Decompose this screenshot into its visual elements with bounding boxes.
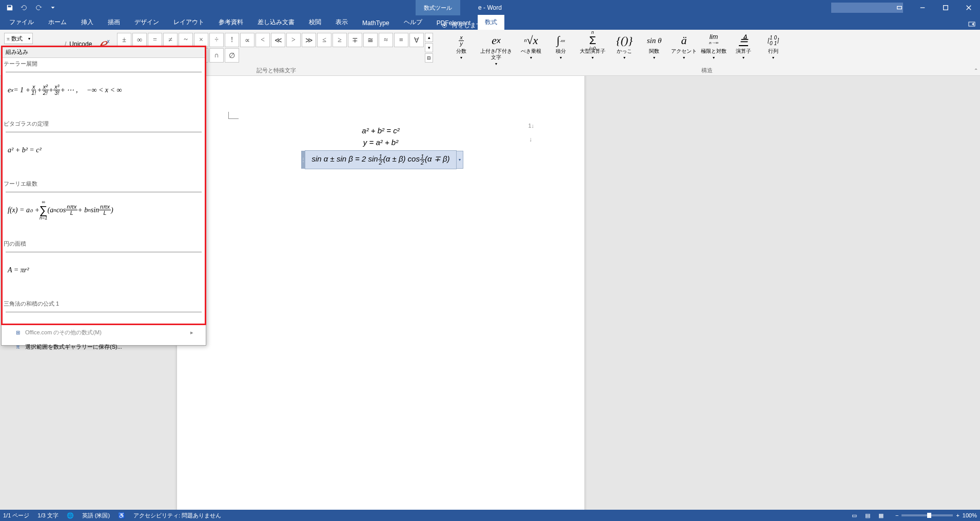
structures-group: xy分数▾ ex上付き/下付き文字▾ n√xべき乗根▾ ∫-xx積分▾ nΣi=… [444,31,790,68]
struct-function[interactable]: sin θ関数▾ [641,33,667,66]
symbol-19[interactable]: ∀ [409,33,424,47]
symbol-5[interactable]: × [194,33,208,47]
symbol-7[interactable]: ! [225,33,239,47]
struct-script[interactable]: ex上付き/下付き文字▾ [478,33,514,66]
ribbon-tabs: ファイル ホーム 挿入 描画 デザイン レイアウト 参考資料 差し込み文書 校閲… [0,15,980,30]
tab-insert[interactable]: 挿入 [74,15,101,30]
symbol-14[interactable]: ≥ [332,33,347,47]
tab-home[interactable]: ホーム [41,15,74,30]
struct-bracket[interactable]: {()}かっこ▾ [612,33,637,66]
symbol-27[interactable]: ∅ [225,48,239,63]
tab-file[interactable]: ファイル [2,15,41,30]
symbol-2[interactable]: = [148,33,162,47]
equation-gallery-dropdown: 組み込み テーラー展開 ex = 1 + x1! + x²2! + x³3! +… [1,46,206,76]
qat-more-icon[interactable] [46,1,60,14]
symbol-17[interactable]: ≈ [379,33,393,47]
struct-matrix[interactable]: [1 00 1]行列▾ [760,33,786,66]
tab-mathtype[interactable]: MathType [355,16,397,30]
struct-largeop[interactable]: nΣi=0大型演算子▾ [578,33,607,66]
symbol-16[interactable]: ≅ [363,33,378,47]
tab-layout[interactable]: レイアウト [166,15,211,30]
struct-accent[interactable]: äアクセント▾ [671,33,697,66]
pi-icon: π [7,35,10,42]
collapse-ribbon-icon[interactable]: ⌃ [974,68,978,73]
window-title: e - Word [478,4,502,11]
tab-mailings[interactable]: 差し込み文書 [250,15,302,30]
title-bar: e - Word 数式ツール [0,0,980,15]
symbol-11[interactable]: > [286,33,301,47]
ribbon-options-icon[interactable] [888,0,911,15]
tab-review[interactable]: 校閲 [302,15,328,30]
gallery-header: 組み込み [2,47,206,58]
svg-rect-0 [897,6,901,9]
svg-point-6 [443,24,445,26]
symbol-0[interactable]: ± [117,33,131,47]
symbols-more[interactable]: ▴▾⊟ [425,33,433,63]
symbol-9[interactable]: < [256,33,270,47]
symbol-4[interactable]: ~ [179,33,193,47]
symbol-13[interactable]: ≤ [317,33,331,47]
symbol-1[interactable]: ∞ [132,33,147,47]
svg-rect-2 [943,6,948,10]
redo-icon[interactable] [32,1,45,14]
struct-fraction[interactable]: xy分数▾ [448,33,474,66]
tab-design[interactable]: デザイン [127,15,166,30]
symbol-15[interactable]: ∓ [348,33,362,47]
contextual-tab-label: 数式ツール [416,0,460,15]
close-icon[interactable] [957,0,980,15]
chevron-down-icon: ▾ [28,36,30,41]
share-icon[interactable] [968,20,976,30]
tab-references[interactable]: 参考資料 [211,15,250,30]
save-icon[interactable] [3,1,16,14]
undo-icon[interactable] [17,1,31,14]
equation-dropdown-button[interactable]: π 数式 ▾ [4,33,33,44]
symbol-18[interactable]: ≡ [394,33,408,47]
symbol-8[interactable]: ∝ [240,33,254,47]
gallery-cat-taylor: テーラー展開 [2,58,206,72]
struct-radical[interactable]: n√xべき乗根▾ [518,33,544,66]
gallery-item-taylor[interactable]: ex = 1 + x1! + x²2! + x³3! + ⋯ , −∞ < x … [6,72,202,76]
tell-me-search[interactable]: 何をしますか [441,21,488,30]
structures-group-label: 構造 [444,67,970,74]
tab-view[interactable]: 表示 [328,15,355,30]
maximize-icon[interactable] [934,0,957,15]
tab-help[interactable]: ヘルプ [397,15,429,30]
symbol-26[interactable]: ∩ [209,48,224,63]
struct-operator[interactable]: ≜演算子▾ [731,33,756,66]
symbol-12[interactable]: ≫ [302,33,316,47]
struct-integral[interactable]: ∫-xx積分▾ [548,33,574,66]
symbol-10[interactable]: ≪ [271,33,285,47]
symbol-3[interactable]: ≠ [163,33,178,47]
symbol-6[interactable]: ÷ [209,33,224,47]
struct-limit[interactable]: limn→∞極限と対数▾ [701,33,727,66]
gallery-scroll[interactable]: テーラー展開 ex = 1 + x1! + x²2! + x³3! + ⋯ , … [2,58,206,76]
tab-draw[interactable]: 描画 [101,15,127,30]
minimize-icon[interactable] [911,0,934,15]
